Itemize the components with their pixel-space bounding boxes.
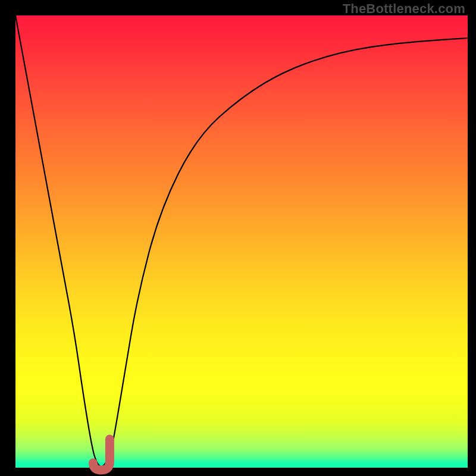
chart-frame: TheBottleneck.com	[0, 0, 476, 476]
watermark-label: TheBottleneck.com	[343, 1, 465, 17]
min-marker-icon	[93, 439, 109, 470]
chart-svg	[15, 15, 468, 468]
bottleneck-curve	[15, 15, 468, 466]
